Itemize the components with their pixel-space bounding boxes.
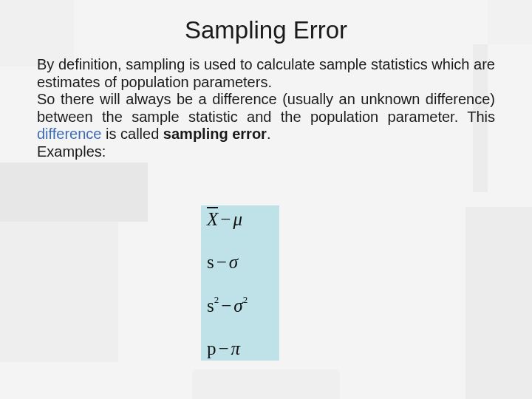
formula-s-minus-sigma: s−σ (207, 253, 273, 271)
s-symbol: s (207, 296, 214, 316)
minus-sign: − (214, 252, 229, 272)
formula-s2-minus-sigma2: s2−σ2 (207, 296, 273, 315)
bg-block (192, 369, 340, 399)
slide-title: Sampling Error (0, 16, 532, 44)
paragraph-2-part-a: So there will always be a difference (us… (37, 91, 495, 125)
p-symbol: p (207, 338, 216, 358)
minus-sign: − (218, 209, 233, 229)
pi-symbol: π (231, 338, 241, 358)
exponent-2: 2 (243, 294, 248, 305)
minus-sign: − (219, 296, 233, 316)
paragraph-2-part-b: is called (101, 126, 163, 142)
mu-symbol: μ (233, 209, 242, 229)
x-bar-symbol: X (207, 210, 218, 228)
formula-box: X−μ s−σ s2−σ2 p−π (201, 205, 279, 361)
formula-xbar-minus-mu: X−μ (207, 210, 273, 228)
s-symbol: s (207, 252, 214, 272)
paragraph-2-part-c: . (267, 126, 271, 142)
bg-block (0, 222, 118, 362)
examples-label: Examples: (37, 143, 106, 160)
slide: Sampling Error By definition, sampling i… (0, 0, 532, 399)
formula-p-minus-pi: p−π (207, 339, 273, 358)
bg-block (0, 163, 148, 222)
minus-sign: − (216, 338, 231, 358)
sampling-error-term: sampling error (163, 126, 267, 142)
body-text: By definition, sampling is used to calcu… (37, 56, 495, 161)
difference-link[interactable]: difference (37, 126, 101, 142)
exponent-2: 2 (214, 294, 219, 305)
sigma-symbol: σ (229, 252, 238, 272)
bg-block (466, 207, 532, 399)
sigma-symbol: σ (233, 296, 242, 316)
paragraph-1: By definition, sampling is used to calcu… (37, 56, 495, 90)
